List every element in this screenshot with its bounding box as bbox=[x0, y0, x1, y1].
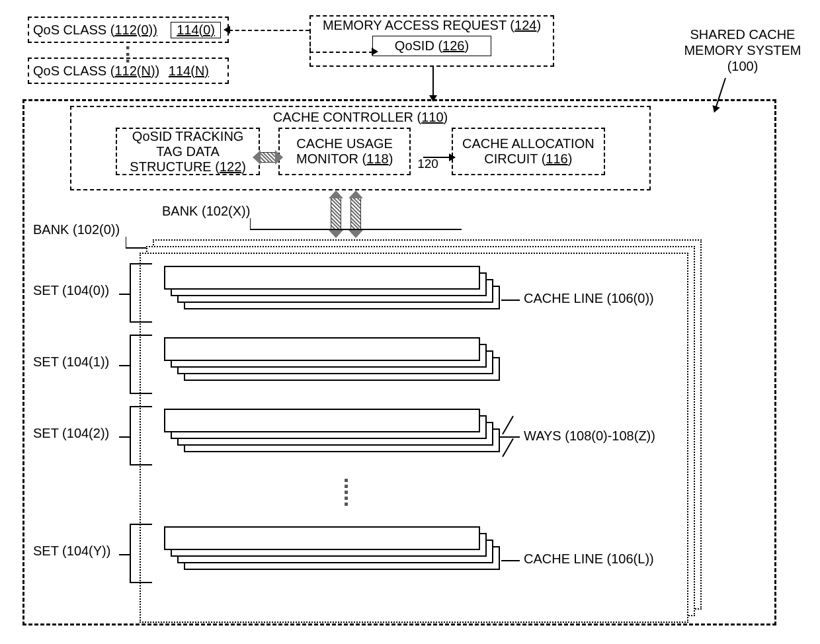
set-2-bracket-icon bbox=[130, 406, 152, 465]
txt: MONITOR (118) bbox=[289, 151, 400, 167]
set-0-label: SET (104(0)) bbox=[33, 283, 109, 298]
qos-class-0-label: QoS CLASS (112(0)) bbox=[33, 22, 157, 38]
double-arrow-h-icon bbox=[261, 152, 275, 163]
txt: STRUCTURE (122) bbox=[126, 159, 249, 175]
set-0-bracket-icon bbox=[130, 263, 152, 323]
memory-access-request-title: MEMORY ACCESS REQUEST (124) bbox=[311, 18, 553, 33]
ways-label: WAYS (108(0)-108(Z)) bbox=[524, 428, 655, 444]
set-0-ways-stack bbox=[164, 266, 480, 295]
txt: TAG DATA bbox=[126, 144, 249, 159]
leader-line bbox=[250, 229, 462, 230]
txt: CIRCUIT (116) bbox=[462, 151, 594, 167]
txt: CACHE USAGE bbox=[289, 136, 400, 151]
memory-access-request-box: MEMORY ACCESS REQUEST (124) QoSID (126) bbox=[309, 15, 554, 67]
connector-dashed bbox=[309, 30, 311, 52]
bank-0-label: BANK (102(0)) bbox=[33, 222, 120, 237]
leader-line bbox=[250, 218, 251, 229]
qosid-box: QoSID (126) bbox=[372, 36, 491, 56]
connector-dashed bbox=[229, 30, 309, 31]
system-title-label: SHARED CACHE MEMORY SYSTEM(100) bbox=[680, 26, 805, 74]
arrowhead-right-icon bbox=[372, 48, 378, 56]
cache-controller-title: CACHE CONTROLLER (110) bbox=[71, 110, 649, 125]
set-1-label: SET (104(1)) bbox=[33, 354, 109, 370]
bank-x-label: BANK (102(X)) bbox=[162, 204, 250, 219]
leader-line bbox=[500, 436, 520, 438]
leader-line bbox=[126, 237, 126, 247]
set-0-block: SET (104(0)) CACHE LINE (106(0)) bbox=[33, 263, 727, 324]
qos-class-0-box: QoS CLASS (112(0)) 114(0) bbox=[28, 17, 229, 43]
connector-dashed bbox=[309, 52, 373, 53]
txt: QoSID TRACKING bbox=[126, 129, 249, 144]
qos-class-n-box: QoS CLASS (112(N)) 114(N) bbox=[28, 58, 229, 84]
set-1-bracket-icon bbox=[130, 335, 152, 394]
set-1-block: SET (104(1)) bbox=[33, 335, 727, 395]
cache-line-l-label: CACHE LINE (106(L)) bbox=[524, 551, 654, 567]
cache-controller-box: CACHE CONTROLLER (110) QoSID TRACKING TA… bbox=[70, 106, 651, 190]
qos-class-0-inner-ref: 114(0) bbox=[171, 22, 221, 38]
cache-allocation-circuit-box: CACHE ALLOCATION CIRCUIT (116) bbox=[452, 128, 605, 175]
ways-slash-icon bbox=[502, 438, 514, 458]
double-arrow-v-icon bbox=[331, 198, 341, 230]
set-y-bracket-icon bbox=[130, 524, 152, 583]
set-y-ways-stack bbox=[164, 526, 480, 555]
arrow-down-icon bbox=[432, 67, 434, 101]
arrow-right-icon bbox=[423, 157, 455, 158]
cache-line-0-label: CACHE LINE (106(0)) bbox=[524, 291, 654, 306]
txt: CACHE ALLOCATION bbox=[462, 136, 594, 151]
double-arrow-v-icon bbox=[350, 198, 361, 230]
leader-line bbox=[501, 560, 520, 561]
qosid-tracking-box: QoSID TRACKING TAG DATA STRUCTURE (122) bbox=[116, 128, 260, 175]
set-2-block: SET (104(2)) WAYS (108(0)-108(Z)) bbox=[33, 406, 727, 467]
leader-line bbox=[501, 300, 520, 301]
set-2-ways-stack bbox=[164, 409, 480, 438]
ref-120: 120 bbox=[417, 157, 438, 171]
arrowhead-left-icon bbox=[224, 26, 230, 34]
set-1-ways-stack bbox=[164, 337, 480, 366]
ways-slash-icon bbox=[502, 416, 514, 435]
qos-class-n-label: QoS CLASS (112(N)) bbox=[33, 63, 159, 79]
set-y-label: SET (104(Y)) bbox=[33, 543, 110, 559]
set-2-label: SET (104(2)) bbox=[33, 426, 109, 441]
cache-usage-monitor-box: CACHE USAGE MONITOR (118) bbox=[278, 128, 411, 175]
set-y-block: SET (104(Y)) CACHE LINE (106(L)) bbox=[33, 524, 727, 584]
qos-class-n-inner-ref: 114(N) bbox=[169, 63, 209, 79]
sets-vdots-icon: ▪▪▪▪▪ bbox=[344, 477, 348, 507]
